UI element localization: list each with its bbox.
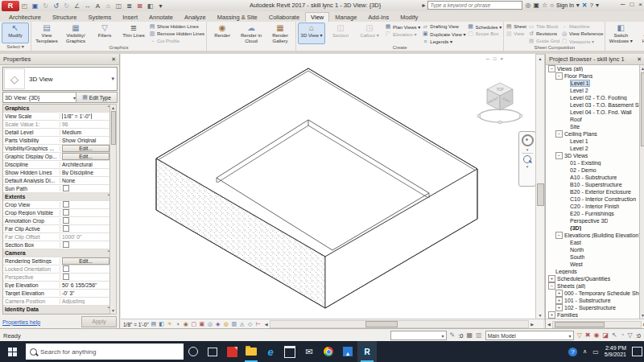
tree-item-south[interactable]: South [546,253,639,261]
tree-item-02-demo[interactable]: 02 - Demo [546,167,639,174]
microsoft-store-icon[interactable] [280,341,299,362]
undo-icon[interactable]: ↺ [52,2,60,10]
tree-item-legends[interactable]: Legends [546,268,639,275]
tree-item-level-02-t-o-footing[interactable]: Level 02 - T.O. Footing [546,94,639,101]
property-row-show-hidden-lines[interactable]: Show Hidden LinesBy Discipline [3,169,112,177]
pinned-app-red-icon[interactable] [222,341,242,362]
view-close-icon[interactable]: × [500,56,503,61]
checkbox[interactable] [63,225,69,232]
horizontal-scrollbar-thumb[interactable] [365,321,398,327]
infocenter-collapse-icon[interactable]: ▸ [422,2,425,9]
property-row-view-template[interactable]: View Template<None> [3,314,112,315]
tree-item-views-all-[interactable]: −Views (all) [546,65,639,72]
property-row-visibility-graphics-[interactable]: Visibility/Graphics ...Edit... [3,145,112,153]
cortana-icon[interactable] [184,341,203,362]
favorites-star-icon[interactable]: ☆ [542,2,547,9]
project-browser-scrollbar[interactable]: ▲▼ [639,65,644,319]
tree-item-perspective-3d[interactable]: Perspective 3D [546,217,639,224]
tab-analyze[interactable]: Analyze [179,12,212,22]
view-restore-icon[interactable]: □ [493,56,497,61]
displacement-sets-icon[interactable]: ◇ [247,321,254,327]
zoom-caret-icon[interactable]: ▾ [526,165,529,168]
search-icon[interactable]: ◎ [525,2,530,9]
tree-item-b10-superstructure[interactable]: B10 - Superstructure [546,181,639,188]
property-row-far-clip-offset[interactable]: Far Clip Offset1000' 0" [3,233,112,241]
visibility-graphics-button[interactable]: ▦Visibility/ Graphics [62,23,89,44]
select-pinned-icon[interactable]: ◉ [593,331,599,339]
tree-expand-icon[interactable]: − [555,232,563,239]
tree-item-site[interactable]: Site [546,123,639,130]
duplicate-view-button[interactable]: ▣Duplicate View ▾ [422,31,465,37]
view-scale-control[interactable]: 1/8" = 1'-0" [123,322,149,327]
revit-icon[interactable]: R [357,341,377,362]
checkbox[interactable] [63,201,69,208]
aligned-dimension-icon[interactable]: ↔ [83,2,92,10]
tab-add-ins[interactable]: Add-Ins [362,12,394,22]
subscription-icon[interactable]: ▣ [533,2,539,9]
switch-windows-qat-icon[interactable]: ◧ [146,2,155,10]
model-viewport[interactable]: ─ □ × TOP FRONT EAST ▾ [121,54,536,319]
type-selector-caret-icon[interactable]: ▾ [111,76,114,82]
tab-collaborate[interactable]: Collaborate [263,12,305,22]
remove-hidden-lines-button[interactable]: ▥Remove Hidden Lines [149,31,204,37]
property-row-parts-visibility[interactable]: Parts VisibilityShow Original [3,137,112,145]
view-reference-button[interactable]: ◎View Reference [561,31,603,37]
analytical-model-icon[interactable]: ◬ [239,321,246,327]
minimize-button[interactable]: ─ [621,1,625,8]
filter-icon[interactable]: ▽ [628,331,633,339]
file-explorer-icon[interactable] [242,341,261,362]
tree-expand-icon[interactable]: − [555,130,563,138]
tree-expand-icon[interactable]: + [548,311,555,319]
checkbox[interactable] [63,241,69,248]
view-minimize-icon[interactable]: ─ [486,56,489,61]
show-crop-region-icon[interactable]: ▣ [199,321,205,327]
filters-button[interactable]: ▽Filters [91,23,118,44]
checkbox[interactable] [63,217,69,224]
worksets-dialog-icon[interactable]: ▦ [467,331,473,339]
switch-windows-button[interactable]: ◧Switch Windows ▾ [607,23,634,44]
edit-type-button[interactable]: ▦ Edit Type [76,92,118,103]
tree-item-east[interactable]: East [546,239,639,246]
tree-item-000-temporary-schedule-sheet[interactable]: +000 - Temporary Schedule Sheet [546,290,639,297]
photos-icon[interactable]: ▲ [338,341,357,362]
show-hidden-lines-button[interactable]: ▤Show Hidden Lines [149,23,204,30]
tree-expand-icon[interactable]: − [555,72,563,80]
tree-item--3d-[interactable]: {3D} [546,224,639,232]
sheet-button[interactable]: ▤Sheet [506,23,526,30]
qat-customize-icon[interactable]: ▾ [156,2,165,10]
sign-in-label[interactable]: Sign In [556,2,574,8]
vertical-scrollbar-thumb[interactable] [537,183,544,206]
shadows-icon[interactable]: ◑ [175,321,181,327]
tree-item-families[interactable]: +Families [546,311,639,319]
mail-icon[interactable]: ✉ [299,341,319,362]
exchange-apps-icon[interactable]: ✕ [582,2,588,9]
property-row-eye-elevation[interactable]: Eye Elevation50' 6 155/256" [3,282,112,290]
pb-hscroll-thumb[interactable] [555,322,605,327]
drag-elements-icon[interactable]: ✖ [585,331,591,339]
tree-item-level-2[interactable]: Level 2 [546,145,639,152]
reveal-hidden-elements-icon[interactable]: ◍ [223,321,229,327]
property-row-far-clip-active[interactable]: Far Clip Active [3,225,112,233]
tree-item-level-2[interactable]: Level 2 [546,87,639,94]
open-icon[interactable]: ◰ [20,2,29,10]
visual-style-icon[interactable]: ◧ [159,321,165,327]
section-qat-icon[interactable]: ◫ [114,2,123,10]
sync-icon[interactable]: ↻ [41,2,50,10]
close-button[interactable]: × [638,1,642,8]
pencil-icon[interactable]: ✎ [450,331,456,339]
view-templates-button[interactable]: ▤View Templates [33,23,60,44]
restore-button[interactable]: □ [630,1,634,8]
viewcube[interactable]: TOP FRONT EAST [475,78,525,128]
tree-item-level-1[interactable]: Level 1 [546,138,639,145]
tree-item-elevations-building-elevation-[interactable]: −Elevations (Building Elevation) [546,232,639,239]
tab-annotate[interactable]: Annotate [143,12,179,22]
tree-item-ceiling-plans[interactable]: −Ceiling Plans [546,130,639,138]
redo-icon[interactable]: ↻ [62,2,71,10]
tab-insert[interactable]: Insert [117,12,143,22]
checkbox[interactable] [63,185,69,191]
thin-lines-qat-icon[interactable]: ≣ [125,2,134,10]
taskbar-search-input[interactable]: Search for anything [26,343,184,360]
zoom-icon[interactable] [523,155,531,163]
help-caret-icon[interactable]: ▾ [596,2,599,9]
tab-systems[interactable]: Systems [82,12,117,22]
